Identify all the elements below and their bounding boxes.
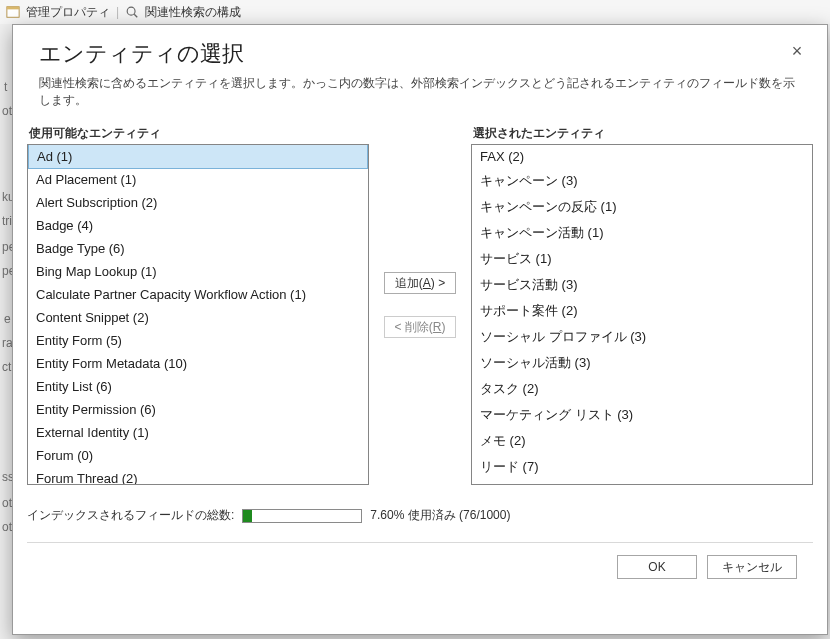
list-item[interactable]: Ad Placement (1) (28, 168, 368, 191)
list-item[interactable]: サービス (1) (472, 246, 812, 272)
dialog-footer: OK キャンセル (27, 542, 813, 591)
dialog-body: 使用可能なエンティティ Ad (1)Ad Placement (1)Alert … (13, 119, 827, 634)
dialog-subtitle: 関連性検索に含めるエンティティを選択します。かっこ内の数字は、外部検索インデック… (39, 75, 803, 109)
selected-column: 選択されたエンティティ FAX (2)キャンペーン (3)キャンペーンの反応 (… (471, 125, 813, 485)
list-item[interactable]: サポート案件 (2) (472, 298, 812, 324)
list-item[interactable]: Entity Form Metadata (10) (28, 352, 368, 375)
list-item[interactable]: Forum Thread (2) (28, 467, 368, 485)
list-item[interactable]: サービス活動 (3) (472, 272, 812, 298)
available-caption: 使用可能なエンティティ (27, 125, 369, 144)
dialog-title: エンティティの選択 (39, 39, 803, 69)
list-item[interactable]: Badge Type (6) (28, 237, 368, 260)
cancel-button[interactable]: キャンセル (707, 555, 797, 579)
background-toolbar: 管理プロパティ | 関連性検索の構成 (0, 0, 830, 24)
list-item[interactable]: ソーシャル プロファイル (3) (472, 324, 812, 350)
list-item[interactable]: Entity List (6) (28, 375, 368, 398)
list-item[interactable]: キャンペーン活動 (1) (472, 220, 812, 246)
remove-button-key: R (433, 320, 442, 334)
list-item[interactable]: Calculate Partner Capacity Workflow Acti… (28, 283, 368, 306)
list-item[interactable]: Content Snippet (2) (28, 306, 368, 329)
ok-button[interactable]: OK (617, 555, 697, 579)
list-item[interactable]: マーケティング リスト (3) (472, 402, 812, 428)
lists-row: 使用可能なエンティティ Ad (1)Ad Placement (1)Alert … (27, 125, 813, 485)
toolbar-item-1: 管理プロパティ (26, 4, 110, 21)
svg-point-2 (127, 7, 135, 15)
list-item[interactable]: Alert Subscription (2) (28, 191, 368, 214)
list-item[interactable]: キャンペーン (3) (472, 168, 812, 194)
list-item[interactable]: FAX (2) (472, 145, 812, 168)
selected-listbox[interactable]: FAX (2)キャンペーン (3)キャンペーンの反応 (1)キャンペーン活動 (… (471, 144, 813, 485)
add-button-pre: 追加( (395, 275, 423, 292)
usage-progress-fill (243, 510, 252, 522)
remove-button-pre: < 削除( (394, 319, 432, 336)
remove-button[interactable]: < 削除(R) (384, 316, 456, 338)
selected-caption: 選択されたエンティティ (471, 125, 813, 144)
available-column: 使用可能なエンティティ Ad (1)Ad Placement (1)Alert … (27, 125, 369, 485)
add-button-post: ) > (431, 276, 445, 290)
svg-rect-1 (7, 7, 19, 10)
totals-label: インデックスされるフィールドの総数: (27, 507, 234, 524)
list-item[interactable]: External Identity (1) (28, 421, 368, 444)
dialog-header: エンティティの選択 関連性検索に含めるエンティティを選択します。かっこ内の数字は… (13, 25, 827, 119)
list-item[interactable]: Bing Map Lookup (1) (28, 260, 368, 283)
add-button-key: A (423, 276, 431, 290)
toolbar-separator: | (116, 5, 119, 19)
close-button[interactable]: × (787, 41, 807, 61)
list-item[interactable]: Ad (1) (28, 144, 368, 169)
usage-progress (242, 509, 362, 523)
available-listbox[interactable]: Ad (1)Ad Placement (1)Alert Subscription… (27, 144, 369, 485)
list-item[interactable]: Forum (0) (28, 444, 368, 467)
usage-text: 7.60% 使用済み (76/1000) (370, 507, 510, 524)
entity-select-dialog: エンティティの選択 関連性検索に含めるエンティティを選択します。かっこ内の数字は… (12, 24, 828, 635)
list-item[interactable]: メモ (2) (472, 428, 812, 454)
search-icon (125, 5, 139, 19)
list-item[interactable]: Badge (4) (28, 214, 368, 237)
list-item[interactable]: キャンペーンの反応 (1) (472, 194, 812, 220)
list-item[interactable]: Entity Permission (6) (28, 398, 368, 421)
add-button[interactable]: 追加(A) > (384, 272, 456, 294)
remove-button-post: ) (442, 320, 446, 334)
totals-row: インデックスされるフィールドの総数: 7.60% 使用済み (76/1000) (27, 507, 813, 524)
list-item[interactable]: レター (2) (472, 480, 812, 485)
admin-prop-icon (6, 5, 20, 19)
move-buttons-column: 追加(A) > < 削除(R) (381, 125, 459, 485)
toolbar-item-2: 関連性検索の構成 (145, 4, 241, 21)
list-item[interactable]: Entity Form (5) (28, 329, 368, 352)
list-item[interactable]: リード (7) (472, 454, 812, 480)
svg-line-3 (134, 14, 137, 17)
list-item[interactable]: ソーシャル活動 (3) (472, 350, 812, 376)
list-item[interactable]: タスク (2) (472, 376, 812, 402)
